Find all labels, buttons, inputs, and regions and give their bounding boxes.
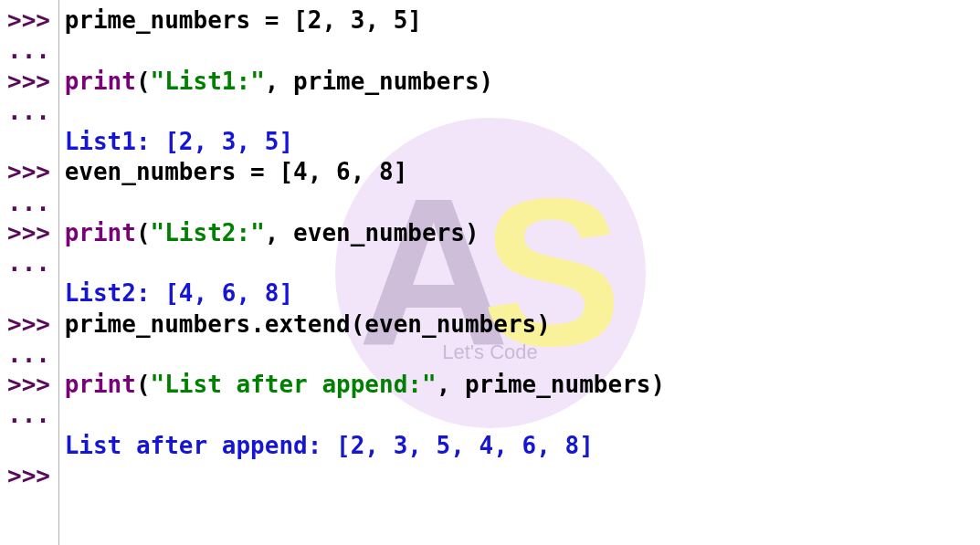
continuation-prompt: ... xyxy=(7,341,50,368)
bracket-close: ] xyxy=(407,6,422,34)
number-literal: 4 xyxy=(293,158,308,185)
prompt: >>> xyxy=(7,68,65,95)
string-literal: "List1:" xyxy=(151,68,265,95)
continuation-prompt: ... xyxy=(7,401,50,428)
builtin-function: print xyxy=(65,219,136,246)
builtin-function: print xyxy=(65,371,136,398)
bracket-open: [ xyxy=(279,158,293,185)
output-line: List2: [4, 6, 8] xyxy=(65,279,293,307)
variable-name: even_numbers xyxy=(364,310,536,338)
python-shell-output: >>> prime_numbers = [2, 3, 5] ... >>> pr… xyxy=(7,5,973,491)
variable-name: prime_numbers xyxy=(293,68,479,95)
comma: , xyxy=(265,68,293,95)
prompt: >>> xyxy=(7,158,65,185)
method-name: extend xyxy=(265,310,351,338)
comma: , xyxy=(308,158,336,185)
comma: , xyxy=(321,6,350,34)
variable-name: prime_numbers xyxy=(65,6,251,34)
number-literal: 2 xyxy=(308,6,322,34)
variable-name: prime_numbers xyxy=(65,310,251,338)
paren-close: ) xyxy=(465,219,479,246)
paren-close: ) xyxy=(536,310,551,338)
operator: = xyxy=(250,6,293,34)
paren-open: ( xyxy=(136,371,151,398)
paren-open: ( xyxy=(351,310,365,338)
continuation-prompt: ... xyxy=(7,98,50,125)
dot-operator: . xyxy=(250,310,265,338)
continuation-prompt: ... xyxy=(7,249,50,277)
comma: , xyxy=(351,158,379,185)
output-line: List1: [2, 3, 5] xyxy=(65,128,293,155)
string-literal: "List2:" xyxy=(151,219,265,246)
number-literal: 8 xyxy=(379,158,394,185)
string-literal: "List after append:" xyxy=(151,371,437,398)
comma: , xyxy=(437,371,465,398)
pad xyxy=(7,128,65,155)
number-literal: 5 xyxy=(394,6,408,34)
paren-open: ( xyxy=(136,219,151,246)
pad xyxy=(7,432,65,459)
prompt: >>> xyxy=(7,310,65,338)
output-line: List after append: [2, 3, 5, 4, 6, 8] xyxy=(65,432,594,459)
paren-close: ) xyxy=(650,371,665,398)
continuation-prompt: ... xyxy=(7,189,50,216)
number-literal: 6 xyxy=(336,158,351,185)
variable-name: even_numbers xyxy=(293,219,465,246)
variable-name: prime_numbers xyxy=(465,371,651,398)
builtin-function: print xyxy=(65,68,136,95)
pad xyxy=(7,279,65,307)
prompt: >>> xyxy=(7,371,65,398)
paren-open: ( xyxy=(136,68,151,95)
comma: , xyxy=(265,219,293,246)
operator: = xyxy=(236,158,279,185)
variable-name: even_numbers xyxy=(65,158,237,185)
number-literal: 3 xyxy=(351,6,365,34)
prompt: >>> xyxy=(7,219,65,246)
bracket-open: [ xyxy=(293,6,308,34)
continuation-prompt: ... xyxy=(7,37,50,64)
bracket-close: ] xyxy=(394,158,408,185)
comma: , xyxy=(364,6,393,34)
prompt: >>> xyxy=(7,6,65,34)
paren-close: ) xyxy=(479,68,494,95)
prompt: >>> xyxy=(7,462,65,489)
